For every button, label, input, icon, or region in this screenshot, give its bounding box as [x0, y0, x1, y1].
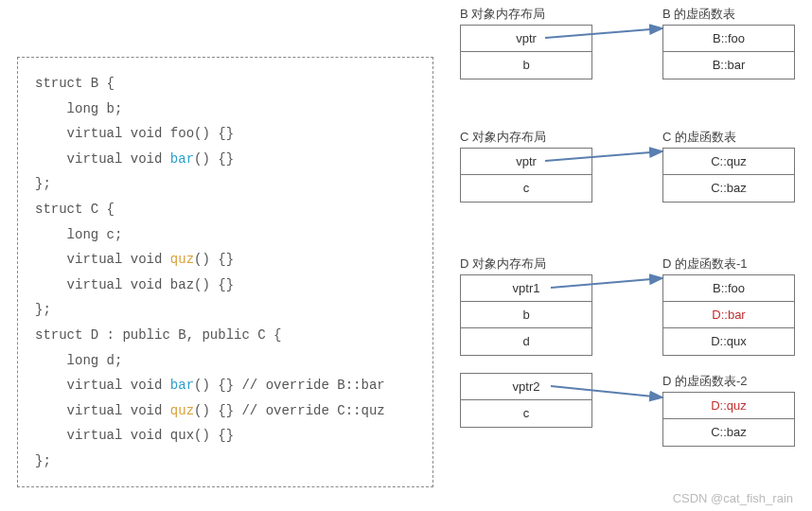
code-line: virtual void qux() {} [35, 423, 415, 449]
d-layout-cell: b [461, 302, 591, 328]
c-layout-cell: vptr [461, 149, 591, 175]
d-vtable1-cell: D::bar [663, 302, 794, 328]
c-layout-cell: c [461, 175, 591, 202]
label-c-vtable: C 的虚函数表 [662, 129, 736, 146]
d-layout-cell: d [461, 328, 591, 355]
d-vtable2-cell: C::baz [663, 419, 794, 446]
c-vtable-cell: C::baz [663, 175, 794, 202]
b-layout-cell: vptr [461, 26, 591, 52]
c-layout-table: vptr c [460, 148, 592, 203]
label-b-vtable: B 的虚函数表 [662, 6, 735, 23]
code-line: virtual void foo() {} [35, 121, 415, 147]
code-line: struct D : public B, public C { [35, 323, 415, 348]
d-layout-cell: vptr1 [461, 275, 591, 302]
d-vtable1-cell: B::foo [663, 275, 794, 302]
code-line: virtual void quz() {} [35, 247, 415, 273]
d-layout-cell: c [461, 400, 591, 427]
label-d-layout: D 对象内存布局 [460, 256, 546, 273]
code-line: long d; [35, 348, 415, 374]
d-layout-table: vptr1 b d [460, 274, 592, 356]
code-block: struct B { long b; virtual void foo() {}… [17, 57, 433, 487]
code-line: virtual void baz() {} [35, 273, 415, 298]
d-vtable1-table: B::foo D::bar D::qux [662, 274, 795, 356]
c-vtable-cell: C::quz [663, 149, 794, 175]
code-line: }; [35, 449, 415, 474]
code-line: long b; [35, 97, 415, 122]
d-vtable2-cell: D::quz [663, 393, 794, 419]
watermark: CSDN @cat_fish_rain [673, 491, 793, 505]
label-b-layout: B 对象内存布局 [460, 6, 545, 23]
code-line: struct B { [35, 71, 415, 97]
code-line: struct C { [35, 197, 415, 222]
b-vtable-table: B::foo B::bar [662, 25, 795, 79]
code-line: virtual void bar() {} [35, 147, 415, 172]
code-line: }; [35, 297, 415, 323]
code-line: virtual void quz() {} // override C::quz [35, 398, 415, 424]
d-layout-cell: vptr2 [461, 374, 591, 400]
b-vtable-cell: B::bar [663, 52, 794, 79]
c-vtable-table: C::quz C::baz [662, 148, 795, 203]
d-layout-table-2: vptr2 c [460, 373, 592, 428]
code-line: long c; [35, 222, 415, 248]
label-c-layout: C 对象内存布局 [460, 129, 546, 146]
b-vtable-cell: B::foo [663, 26, 794, 52]
label-d-vtable2: D 的虚函数表-2 [662, 373, 748, 390]
b-layout-table: vptr b [460, 25, 592, 79]
code-line: virtual void bar() {} // override B::bar [35, 373, 415, 398]
d-vtable2-table: D::quz C::baz [662, 392, 795, 447]
label-d-vtable1: D 的虚函数表-1 [662, 256, 748, 273]
b-layout-cell: b [461, 52, 591, 79]
d-vtable1-cell: D::qux [663, 328, 794, 355]
code-line: }; [35, 171, 415, 197]
